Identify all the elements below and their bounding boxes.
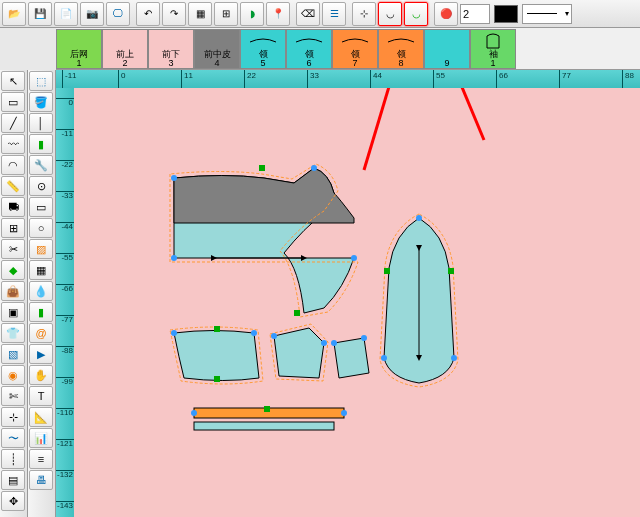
top-toolbar: 📂 💾 📄 📷 🖵 ↶ ↷ ▦ ⊞ ◗ 📍 ⌫ ☰ ⊹ ◡ ◡ 🔴 xyxy=(0,0,640,28)
value-input[interactable] xyxy=(460,4,490,24)
pattern-pieces xyxy=(74,88,634,508)
svg-rect-12 xyxy=(448,268,454,274)
pin-btn[interactable]: 📍 xyxy=(266,2,290,26)
print-tool[interactable]: 🖶 xyxy=(29,470,53,490)
svg-rect-25 xyxy=(264,406,270,412)
shirt-tool[interactable]: 👕 xyxy=(1,323,25,343)
piece-tab[interactable]: 9 xyxy=(424,29,470,69)
svg-point-9 xyxy=(381,355,387,361)
bucket-tool[interactable]: 🪣 xyxy=(29,92,53,112)
wrench-tool[interactable]: 🔧 xyxy=(29,155,53,175)
piece-tab[interactable]: 领6 xyxy=(286,29,332,69)
spiral-tool[interactable]: @ xyxy=(29,323,53,343)
svg-point-14 xyxy=(251,330,257,336)
svg-point-1 xyxy=(171,175,177,181)
svg-point-10 xyxy=(451,355,457,361)
screen-btn[interactable]: 🖵 xyxy=(106,2,130,26)
scissors-tool[interactable]: ✄ xyxy=(1,386,25,406)
boot-tool[interactable]: ▮ xyxy=(29,134,53,154)
wave-tool[interactable]: 〜 xyxy=(1,428,25,448)
flag-tool[interactable]: ▶ xyxy=(29,344,53,364)
tool-btn-3[interactable]: 📄 xyxy=(54,2,78,26)
drawing-canvas[interactable] xyxy=(74,88,640,517)
curve1-btn[interactable]: ◡ xyxy=(378,2,402,26)
color-wheel-btn[interactable]: 🔴 xyxy=(434,2,458,26)
svg-rect-16 xyxy=(214,376,220,382)
grid-btn[interactable]: ▦ xyxy=(188,2,212,26)
shape-btn[interactable]: ◗ xyxy=(240,2,264,26)
svg-rect-11 xyxy=(384,268,390,274)
ruler2-tool[interactable]: 📐 xyxy=(29,407,53,427)
line-tool[interactable]: ╱ xyxy=(1,113,25,133)
arc-tool[interactable]: ◠ xyxy=(1,155,25,175)
horizontal-ruler: -11 0 11 22 33 44 55 66 77 88 xyxy=(56,70,640,88)
chart-tool[interactable]: 📊 xyxy=(29,428,53,448)
circle-tool[interactable]: ○ xyxy=(29,218,53,238)
piece-tab[interactable]: 领5 xyxy=(240,29,286,69)
cut-tool[interactable]: ✂ xyxy=(1,239,25,259)
car-tool[interactable]: ⛟ xyxy=(1,197,25,217)
machine-tool[interactable]: ▦ xyxy=(29,260,53,280)
stitch-tool[interactable]: ┊ xyxy=(1,449,25,469)
stripe-tool[interactable]: ≡ xyxy=(29,449,53,469)
dot-tool[interactable]: ⊙ xyxy=(29,176,53,196)
frame-tool[interactable]: ⬚ xyxy=(29,71,53,91)
piece-tab[interactable]: 袖1 xyxy=(470,29,516,69)
svg-point-17 xyxy=(271,333,277,339)
piece-tab[interactable]: 前中皮4 xyxy=(194,29,240,69)
svg-point-24 xyxy=(341,410,347,416)
left-toolbar-2: ⬚ 🪣 │ ▮ 🔧 ⊙ ▭ ○ ▨ ▦ 💧 ▮ @ ▶ ✋ T 📐 📊 ≡ 🖶 xyxy=(28,70,56,517)
grid-tool[interactable]: ⊞ xyxy=(1,218,25,238)
tool-btn-2[interactable]: 💾 xyxy=(28,2,52,26)
svg-point-2 xyxy=(171,255,177,261)
svg-point-3 xyxy=(351,255,357,261)
select-tool[interactable]: ↖ xyxy=(1,71,25,91)
rect2-tool[interactable]: ▭ xyxy=(29,197,53,217)
curve-tool[interactable]: 〰 xyxy=(1,134,25,154)
pattern-tool[interactable]: ▤ xyxy=(1,470,25,490)
move-tool[interactable]: ✥ xyxy=(1,491,25,511)
svg-point-8 xyxy=(416,215,422,221)
svg-rect-15 xyxy=(214,326,220,332)
svg-rect-22 xyxy=(194,422,334,430)
layers-btn[interactable]: ☰ xyxy=(322,2,346,26)
camera-btn[interactable]: 📷 xyxy=(80,2,104,26)
svg-rect-6 xyxy=(294,310,300,316)
piece-tab[interactable]: 领8 xyxy=(378,29,424,69)
align-btn[interactable]: ⊞ xyxy=(214,2,238,26)
piece-tabs-row: 后网1 前上2 前下3 前中皮4 领5 领6 领7 领8 9 袖1 xyxy=(56,28,640,70)
bag-tool[interactable]: 👜 xyxy=(1,281,25,301)
piece-tab[interactable]: 前下3 xyxy=(148,29,194,69)
line-style-select[interactable] xyxy=(522,4,572,24)
rect-tool[interactable]: ▭ xyxy=(1,92,25,112)
green-tool[interactable]: ◆ xyxy=(1,260,25,280)
svg-point-18 xyxy=(321,340,327,346)
piece-tab[interactable]: 领7 xyxy=(332,29,378,69)
orange-tool[interactable]: ◉ xyxy=(1,365,25,385)
vertical-ruler: 0 -11 -22 -33 -44 -55 -66 -77 -88 -99 -1… xyxy=(56,88,74,517)
text-tool[interactable]: T xyxy=(29,386,53,406)
piece-tab[interactable]: 后网1 xyxy=(56,29,102,69)
svg-point-13 xyxy=(171,330,177,336)
svg-point-4 xyxy=(311,165,317,171)
svg-point-19 xyxy=(331,340,337,346)
tool-btn-1[interactable]: 📂 xyxy=(2,2,26,26)
measure-btn[interactable]: ⊹ xyxy=(352,2,376,26)
left-toolbar-1: ↖ ▭ ╱ 〰 ◠ 📏 ⛟ ⊞ ✂ ◆ 👜 ▣ 👕 ▧ ◉ ✄ ⊹ 〜 ┊ ▤ … xyxy=(0,70,28,517)
fabric-tool[interactable]: ▧ xyxy=(1,344,25,364)
measure-tool[interactable]: 📏 xyxy=(1,176,25,196)
redo-btn[interactable]: ↷ xyxy=(162,2,186,26)
mitt-tool[interactable]: ✋ xyxy=(29,365,53,385)
fold-tool[interactable]: ▣ xyxy=(1,302,25,322)
piece-tab[interactable]: 前上2 xyxy=(102,29,148,69)
fill-color-swatch[interactable] xyxy=(494,5,518,23)
undo-btn[interactable]: ↶ xyxy=(136,2,160,26)
fill-tool[interactable]: ▨ xyxy=(29,239,53,259)
panel-tool[interactable]: ▮ xyxy=(29,302,53,322)
svg-rect-5 xyxy=(259,165,265,171)
needle-tool[interactable]: │ xyxy=(29,113,53,133)
drop-tool[interactable]: 💧 xyxy=(29,281,53,301)
node-tool[interactable]: ⊹ xyxy=(1,407,25,427)
curve2-btn[interactable]: ◡ xyxy=(404,2,428,26)
eraser-btn[interactable]: ⌫ xyxy=(296,2,320,26)
